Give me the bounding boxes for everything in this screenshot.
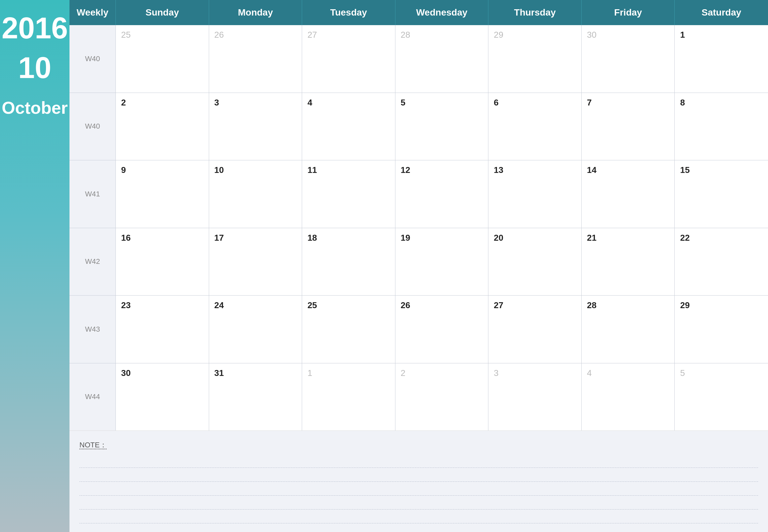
day-cell-4-0[interactable]: 23 bbox=[116, 296, 209, 363]
day-cell-3-5[interactable]: 21 bbox=[582, 228, 675, 296]
header-thursday: Thursday bbox=[488, 0, 582, 25]
day-number: 10 bbox=[215, 165, 297, 175]
day-cell-4-5[interactable]: 28 bbox=[582, 296, 675, 363]
week-label-3: W42 bbox=[69, 228, 116, 296]
day-cell-2-5[interactable]: 14 bbox=[582, 160, 675, 228]
day-number: 28 bbox=[587, 300, 669, 310]
day-number: 29 bbox=[680, 300, 763, 310]
header-saturday: Saturday bbox=[675, 0, 768, 25]
day-cell-1-5[interactable]: 7 bbox=[582, 93, 675, 160]
calendar-row-1: W402345678 bbox=[69, 93, 768, 161]
day-cell-0-3[interactable]: 28 bbox=[395, 25, 489, 93]
day-cell-0-2[interactable]: 27 bbox=[302, 25, 395, 93]
day-number: 29 bbox=[494, 30, 576, 40]
week-label-2: W41 bbox=[69, 160, 116, 228]
day-number: 25 bbox=[307, 300, 390, 310]
day-cell-2-2[interactable]: 11 bbox=[302, 160, 395, 228]
day-cell-1-0[interactable]: 2 bbox=[116, 93, 209, 160]
day-cell-4-1[interactable]: 24 bbox=[209, 296, 303, 363]
day-cell-1-2[interactable]: 4 bbox=[302, 93, 395, 160]
note-line-5[interactable] bbox=[79, 512, 758, 523]
day-number: 3 bbox=[215, 98, 297, 108]
header-sunday: Sunday bbox=[116, 0, 209, 25]
calendar-row-3: W4216171819202122 bbox=[69, 228, 768, 296]
day-cell-0-6[interactable]: 1 bbox=[675, 25, 768, 93]
day-number: 14 bbox=[587, 165, 669, 175]
sidebar: 2016 10 October bbox=[0, 0, 69, 532]
day-number: 11 bbox=[307, 165, 390, 175]
day-cell-5-6[interactable]: 5 bbox=[675, 363, 768, 431]
day-cell-4-6[interactable]: 29 bbox=[675, 296, 768, 363]
day-number: 27 bbox=[494, 300, 576, 310]
day-number: 2 bbox=[121, 98, 204, 108]
day-cell-4-3[interactable]: 26 bbox=[395, 296, 489, 363]
day-cell-2-4[interactable]: 13 bbox=[488, 160, 582, 228]
week-label-0: W40 bbox=[69, 25, 116, 93]
day-number: 23 bbox=[121, 300, 204, 310]
day-cell-2-0[interactable]: 9 bbox=[116, 160, 209, 228]
day-number: 26 bbox=[401, 300, 483, 310]
day-cell-3-1[interactable]: 17 bbox=[209, 228, 303, 296]
note-line-2[interactable] bbox=[79, 470, 758, 482]
calendar-row-4: W4323242526272829 bbox=[69, 296, 768, 363]
day-number: 1 bbox=[680, 30, 763, 40]
day-cell-1-6[interactable]: 8 bbox=[675, 93, 768, 160]
day-cell-3-4[interactable]: 20 bbox=[488, 228, 582, 296]
day-number: 19 bbox=[401, 233, 483, 243]
day-number: 22 bbox=[680, 233, 763, 243]
header-friday: Friday bbox=[582, 0, 675, 25]
day-number: 25 bbox=[121, 30, 204, 40]
day-number: 17 bbox=[215, 233, 297, 243]
day-cell-1-1[interactable]: 3 bbox=[209, 93, 303, 160]
calendar-header: WeeklySundayMondayTuesdayWednesdayThursd… bbox=[69, 0, 768, 25]
day-cell-5-2[interactable]: 1 bbox=[302, 363, 395, 431]
month-name-label: October bbox=[2, 99, 67, 116]
note-line-4[interactable] bbox=[79, 498, 758, 510]
day-cell-0-0[interactable]: 25 bbox=[116, 25, 209, 93]
day-number: 21 bbox=[587, 233, 669, 243]
calendar-main: WeeklySundayMondayTuesdayWednesdayThursd… bbox=[69, 0, 768, 532]
day-number: 27 bbox=[307, 30, 390, 40]
day-cell-5-1[interactable]: 31 bbox=[209, 363, 303, 431]
day-cell-2-6[interactable]: 15 bbox=[675, 160, 768, 228]
week-label-1: W40 bbox=[69, 93, 116, 160]
day-number: 1 bbox=[307, 368, 390, 378]
year-label: 2016 bbox=[2, 13, 68, 43]
day-number: 13 bbox=[494, 165, 576, 175]
day-cell-3-6[interactable]: 22 bbox=[675, 228, 768, 296]
day-cell-4-4[interactable]: 27 bbox=[488, 296, 582, 363]
day-cell-5-4[interactable]: 3 bbox=[488, 363, 582, 431]
day-number: 28 bbox=[401, 30, 483, 40]
day-cell-5-5[interactable]: 4 bbox=[582, 363, 675, 431]
note-label: NOTE： bbox=[79, 440, 758, 450]
note-line-1[interactable] bbox=[79, 456, 758, 468]
day-number: 12 bbox=[401, 165, 483, 175]
day-number: 26 bbox=[215, 30, 297, 40]
day-cell-3-0[interactable]: 16 bbox=[116, 228, 209, 296]
day-cell-5-3[interactable]: 2 bbox=[395, 363, 489, 431]
day-number: 30 bbox=[587, 30, 669, 40]
day-number: 16 bbox=[121, 233, 204, 243]
day-cell-2-1[interactable]: 10 bbox=[209, 160, 303, 228]
day-cell-0-5[interactable]: 30 bbox=[582, 25, 675, 93]
calendar-rows: W402526272829301W402345678W4191011121314… bbox=[69, 25, 768, 430]
day-cell-4-2[interactable]: 25 bbox=[302, 296, 395, 363]
day-cell-5-0[interactable]: 30 bbox=[116, 363, 209, 431]
day-cell-1-4[interactable]: 6 bbox=[488, 93, 582, 160]
calendar-row-5: W44303112345 bbox=[69, 363, 768, 431]
day-cell-2-3[interactable]: 12 bbox=[395, 160, 489, 228]
day-number: 20 bbox=[494, 233, 576, 243]
day-number: 2 bbox=[401, 368, 483, 378]
day-cell-0-4[interactable]: 29 bbox=[488, 25, 582, 93]
day-cell-3-3[interactable]: 19 bbox=[395, 228, 489, 296]
note-line-3[interactable] bbox=[79, 484, 758, 496]
day-number: 7 bbox=[587, 98, 669, 108]
day-cell-3-2[interactable]: 18 bbox=[302, 228, 395, 296]
day-cell-1-3[interactable]: 5 bbox=[395, 93, 489, 160]
day-number: 6 bbox=[494, 98, 576, 108]
day-cell-0-1[interactable]: 26 bbox=[209, 25, 303, 93]
calendar-row-0: W402526272829301 bbox=[69, 25, 768, 93]
day-number: 3 bbox=[494, 368, 576, 378]
header-tuesday: Tuesday bbox=[302, 0, 395, 25]
calendar-row-2: W419101112131415 bbox=[69, 160, 768, 228]
